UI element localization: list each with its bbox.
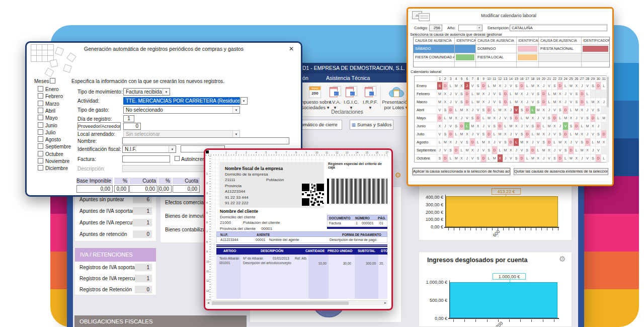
day-cell-julio-1[interactable]: V	[437, 130, 442, 138]
day-cell-julio-12[interactable]: M	[497, 130, 503, 138]
day-cell-octubre-15[interactable]: S	[513, 154, 519, 162]
day-cell-septiembre-6[interactable]: M	[464, 146, 469, 154]
day-cell-mayo-7[interactable]: S	[469, 114, 475, 122]
day-cell-septiembre-23[interactable]: V	[557, 146, 562, 154]
tipo-gasto-select[interactable]: No seleccionado▾	[123, 106, 240, 114]
day-cell-octubre-2[interactable]: D	[442, 154, 448, 162]
day-cell-julio-15[interactable]: V	[513, 130, 519, 138]
day-cell-agosto-1[interactable]: L	[437, 138, 442, 146]
day-cell-agosto-18[interactable]: J	[530, 138, 535, 146]
day-cell-agosto-13[interactable]: S	[503, 138, 508, 146]
day-cell-julio-13[interactable]: X	[503, 130, 508, 138]
causa-identifier-domingo[interactable]	[517, 45, 539, 53]
day-cell-mayo-25[interactable]: X	[568, 114, 574, 122]
day-cell-junio-30[interactable]: J	[595, 122, 601, 130]
scroll-left-icon[interactable]: ◄	[207, 301, 210, 305]
day-cell-agosto-29[interactable]: L	[590, 138, 596, 146]
day-cell-enero-24[interactable]: L	[562, 81, 568, 90]
day-cell-mayo-16[interactable]: L	[519, 114, 524, 122]
day-cell-marzo-28[interactable]: L	[585, 98, 590, 106]
day-cell-julio-21[interactable]: J	[546, 130, 552, 138]
day-cell-septiembre-28[interactable]: X	[585, 146, 590, 154]
day-cell-enero-26[interactable]: X	[574, 81, 579, 90]
day-cell-septiembre-2[interactable]: V	[442, 146, 448, 154]
day-cell-septiembre-29[interactable]: J	[590, 146, 596, 154]
day-cell-mayo-1[interactable]: D	[437, 114, 442, 122]
day-cell-junio-10[interactable]: V	[486, 122, 492, 130]
day-cell-abril-12[interactable]: M	[497, 106, 503, 114]
day-cell-enero-12[interactable]: X	[497, 81, 503, 90]
codigo-value[interactable]: 256	[429, 25, 442, 31]
day-cell-septiembre-3[interactable]: S	[448, 146, 453, 154]
day-cell-julio-22[interactable]: V	[551, 130, 557, 138]
day-cell-marzo-29[interactable]: M	[590, 98, 596, 106]
day-cell-enero-4[interactable]: M	[453, 81, 459, 90]
day-cell-junio-15[interactable]: X	[513, 122, 519, 130]
day-cell-marzo-12[interactable]: S	[497, 98, 503, 106]
day-cell-mayo-30[interactable]: L	[595, 114, 601, 122]
tax-value-0[interactable]: 0,00	[76, 185, 113, 193]
day-cell-octubre-21[interactable]: V	[546, 154, 552, 162]
day-cell-mayo-27[interactable]: V	[579, 114, 585, 122]
day-cell-octubre-28[interactable]: V	[585, 154, 590, 162]
tax-value-4[interactable]: 0,00	[173, 185, 200, 193]
day-cell-abril-15[interactable]: V	[513, 106, 519, 114]
day-cell-agosto-16[interactable]: M	[519, 138, 524, 146]
day-cell-octubre-26[interactable]: X	[574, 154, 579, 162]
day-cell-octubre-5[interactable]: X	[459, 154, 464, 162]
proveedor-codigo-input[interactable]: 0	[123, 123, 141, 130]
day-cell-mayo-18[interactable]: X	[530, 114, 535, 122]
day-cell-abril-1[interactable]: V	[437, 106, 442, 114]
day-cell-febrero-21[interactable]: L	[546, 90, 552, 98]
day-cell-junio-13[interactable]: L	[503, 122, 508, 130]
day-cell-junio-20[interactable]: L	[541, 122, 546, 130]
day-cell-junio-17[interactable]: V	[524, 122, 530, 130]
day-cell-mayo-4[interactable]: X	[453, 114, 459, 122]
day-cell-marzo-31[interactable]: J	[601, 98, 606, 106]
day-cell-abril-11[interactable]: L	[492, 106, 497, 114]
day-cell-abril-26[interactable]: M	[574, 106, 579, 114]
day-cell-octubre-10[interactable]: L	[486, 154, 492, 162]
day-cell-septiembre-21[interactable]: X	[546, 146, 552, 154]
day-cell-julio-18[interactable]: L	[530, 130, 535, 138]
month-checkbox-junio[interactable]	[38, 122, 43, 128]
day-cell-marzo-17[interactable]: J	[524, 98, 530, 106]
day-cell-febrero-6[interactable]: D	[464, 90, 469, 98]
day-cell-octubre-18[interactable]: M	[530, 154, 535, 162]
day-cell-mayo-26[interactable]: J	[574, 114, 579, 122]
scroll-right-icon[interactable]: ►	[384, 301, 387, 305]
tax-value-3[interactable]: 0,00	[158, 185, 172, 193]
proveedor-acreedor-button[interactable]: Proveedor/Acreedor:	[77, 122, 121, 130]
day-cell-agosto-26[interactable]: V	[574, 138, 579, 146]
day-cell-julio-24[interactable]: D	[562, 130, 568, 138]
day-cell-agosto-7[interactable]: D	[469, 138, 475, 146]
day-cell-mayo-21[interactable]: S	[546, 114, 552, 122]
day-cell-enero-13[interactable]: J	[503, 81, 508, 90]
day-cell-abril-8[interactable]: V	[475, 106, 480, 114]
day-cell-septiembre-7[interactable]: X	[469, 146, 475, 154]
dia-registro-input[interactable]: 1	[123, 115, 134, 122]
day-cell-octubre-3[interactable]: L	[448, 154, 453, 162]
day-cell-junio-5[interactable]: D	[459, 122, 464, 130]
day-cell-agosto-22[interactable]: L	[551, 138, 557, 146]
day-cell-octubre-4[interactable]: M	[453, 154, 459, 162]
day-cell-julio-11[interactable]: L	[492, 130, 497, 138]
day-cell-agosto-2[interactable]: M	[442, 138, 448, 146]
factura-input[interactable]	[122, 155, 170, 162]
chevron-down-icon[interactable]: ▾	[232, 107, 239, 113]
day-cell-mayo-24[interactable]: M	[562, 114, 568, 122]
day-cell-agosto-27[interactable]: S	[579, 138, 585, 146]
tax-value-2[interactable]: 0,00	[129, 185, 157, 193]
causa-name-fiesta nacional[interactable]: FIESTA NACIONAL	[539, 45, 582, 53]
day-cell-octubre-7[interactable]: V	[469, 154, 475, 162]
day-cell-agosto-3[interactable]: X	[448, 138, 453, 146]
day-cell-septiembre-10[interactable]: S	[486, 146, 492, 154]
day-cell-octubre-20[interactable]: J	[541, 154, 546, 162]
day-cell-marzo-15[interactable]: M	[513, 98, 519, 106]
identificacion-select[interactable]: N.I.F.▾	[122, 145, 176, 153]
day-cell-julio-26[interactable]: M	[574, 130, 579, 138]
day-cell-julio-16[interactable]: S	[519, 130, 524, 138]
calendar-scrollbar-thumb[interactable]	[607, 77, 609, 107]
day-cell-septiembre-16[interactable]: V	[519, 146, 524, 154]
day-cell-enero-6[interactable]: J	[464, 81, 469, 90]
